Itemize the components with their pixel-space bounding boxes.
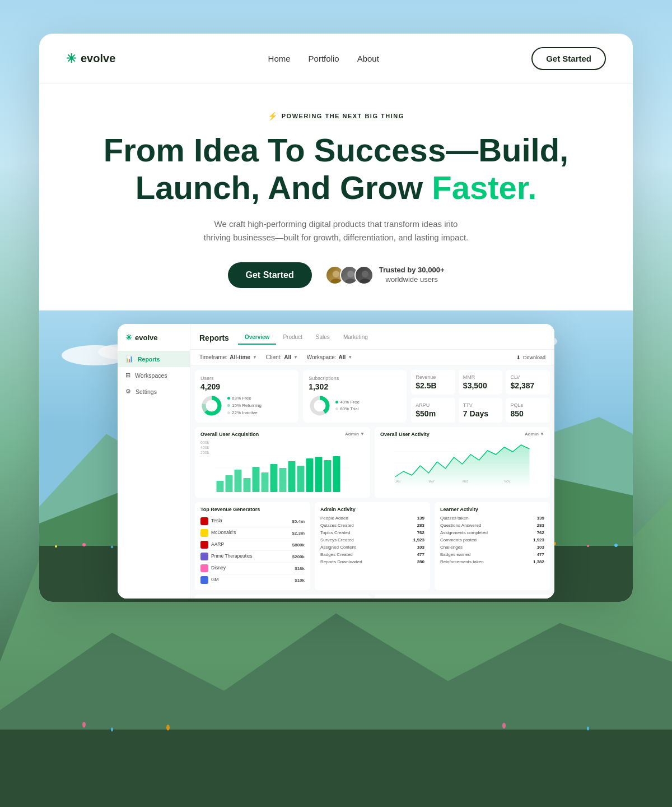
admin-activity-title: Admin Activity [320, 507, 424, 512]
act-row: Challenges103 [440, 544, 544, 551]
filter-client[interactable]: Client: All ▼ [266, 354, 298, 360]
pqls-label: PQLs [510, 402, 545, 408]
filter-timeframe[interactable]: Timeframe: All-time ▼ [199, 354, 257, 360]
db-logo-text: evolve [135, 333, 157, 342]
db-logo: ✳ evolve [118, 333, 190, 351]
act-row: Assignments completed762 [440, 529, 544, 536]
db-logo-icon: ✳ [125, 333, 132, 342]
pqls-value: 850 [510, 409, 545, 418]
svg-point-3 [82, 722, 86, 727]
nav-about[interactable]: About [357, 54, 379, 63]
sidebar-item-settings[interactable]: ⚙ Settings [118, 383, 190, 400]
filter-workspace-value: All [338, 354, 346, 360]
svg-rect-58 [333, 456, 340, 492]
act-row: People Added139 [320, 514, 424, 522]
svg-rect-45 [217, 481, 224, 492]
hero-title: From Idea To Success—Build, Launch, And … [84, 132, 588, 206]
db-header: Reports Overview Product Sales Marketing [190, 324, 554, 350]
trust-avatars [325, 266, 374, 285]
svg-point-32 [55, 545, 57, 548]
trust-count: Trusted by 30,000+ [379, 266, 445, 275]
table-row: Disney $16k [200, 563, 305, 574]
svg-rect-48 [244, 478, 251, 492]
hero-actions: Get Started Trusted by 30,000+ worldwide [84, 262, 588, 288]
arpu-label: ARPU [416, 402, 451, 408]
subs-label: Subscriptions [309, 375, 401, 381]
hero-section: ⚡ POWERING THE NEXT BIG THING From Idea … [39, 84, 633, 310]
svg-text:MAY: MAY [429, 480, 435, 483]
download-button[interactable]: ⬇ Download [516, 355, 545, 360]
filter-client-label: Client: [266, 354, 282, 360]
dashboard-card: ✳ evolve 📊 Reports ⊞ Workspaces ⚙ [118, 324, 554, 599]
svg-rect-51 [270, 464, 278, 492]
sidebar-item-reports[interactable]: 📊 Reports [118, 351, 190, 367]
svg-point-15 [347, 271, 354, 277]
svg-rect-53 [288, 461, 296, 492]
act-row: Comments posted1,923 [440, 536, 544, 544]
reports-icon: 📊 [125, 355, 133, 363]
svg-point-31 [587, 545, 589, 547]
svg-rect-52 [279, 468, 287, 492]
svg-rect-56 [315, 457, 323, 492]
sidebar-item-workspaces[interactable]: ⊞ Workspaces [118, 367, 190, 383]
logo-icon: ✳ [66, 52, 76, 66]
svg-point-17 [362, 271, 368, 277]
svg-rect-46 [226, 475, 233, 492]
learner-activity-title: Learner Activity [440, 507, 544, 512]
db-sidebar: ✳ evolve 📊 Reports ⊞ Workspaces ⚙ [118, 324, 190, 599]
arpu-value: $50m [416, 409, 451, 418]
client-arrow-icon: ▼ [293, 355, 298, 360]
svg-text:NOV: NOV [505, 480, 511, 483]
act-row: Badges Created477 [320, 551, 424, 558]
table-row: GM $10k [200, 574, 305, 586]
table-row: AARP $800k [200, 539, 305, 551]
nav-portfolio[interactable]: Portfolio [309, 54, 339, 63]
svg-point-18 [360, 279, 371, 285]
hero-get-started-button[interactable]: Get Started [228, 262, 312, 288]
subs-donut-legend: 40% Free 60% Trial [335, 399, 360, 414]
mmr-label: MMR [463, 374, 498, 380]
sidebar-workspaces-label: Workspaces [135, 372, 167, 379]
subs-value: 1,302 [309, 382, 401, 391]
hero-title-line2: Launch, And Grow [136, 169, 432, 206]
db-tabs: Overview Product Sales Marketing [238, 331, 375, 345]
engagement-row: Lowest Engagement Tesla 74% Correct [190, 595, 554, 599]
highest-engagement-card: Highest Engagement AARP 74% Correct [375, 595, 550, 599]
trust-sub: worldwide users [386, 275, 438, 284]
workspaces-icon: ⊞ [125, 372, 130, 379]
tab-product[interactable]: Product [276, 331, 309, 345]
svg-point-7 [587, 727, 589, 731]
act-row: Reports Downloaded280 [320, 558, 424, 565]
sidebar-reports-label: Reports [138, 356, 160, 363]
download-label: Download [523, 355, 545, 360]
hero-title-highlight: Faster. [432, 169, 536, 206]
acquisition-bar-chart: JAN MAY AUG NOV [200, 456, 365, 492]
svg-point-5 [166, 725, 170, 730]
nav-links: Home Portfolio About [268, 54, 379, 64]
users-donut-legend: 63% Free 15% Returning 22% Inactive [227, 395, 262, 416]
tab-marketing[interactable]: Marketing [337, 331, 375, 345]
hero-badge-text: POWERING THE NEXT BIG THING [282, 113, 404, 119]
act-row: Topics Created762 [320, 529, 424, 536]
tab-sales[interactable]: Sales [309, 331, 337, 345]
svg-rect-54 [297, 466, 305, 492]
clv-value: $2,387 [510, 381, 545, 390]
nav-get-started-button[interactable]: Get Started [531, 47, 606, 70]
svg-point-16 [345, 279, 356, 285]
db-filters: Timeframe: All-time ▼ Client: All ▼ Work… [190, 350, 554, 365]
admin-activity-card: Admin Activity People Added139 Quizzes C… [315, 502, 430, 590]
nav-home[interactable]: Home [268, 54, 291, 63]
svg-point-33 [614, 544, 618, 547]
svg-point-29 [111, 546, 113, 548]
activity-chart-card: Overall User Activity Admin ▼ [375, 427, 550, 498]
activity-line-chart: JAN MAY AUG NOV [380, 440, 544, 485]
clv-label: CLV [510, 374, 545, 380]
mmr-value: $3,500 [463, 381, 498, 390]
tab-overview[interactable]: Overview [238, 331, 276, 345]
svg-point-6 [502, 723, 506, 729]
filter-workspace[interactable]: Workspace: All ▼ [307, 354, 352, 360]
svg-rect-49 [253, 467, 260, 492]
db-reports-title: Reports [199, 333, 229, 342]
filter-timeframe-label: Timeframe: [199, 354, 227, 360]
logo-text: evolve [81, 52, 115, 65]
